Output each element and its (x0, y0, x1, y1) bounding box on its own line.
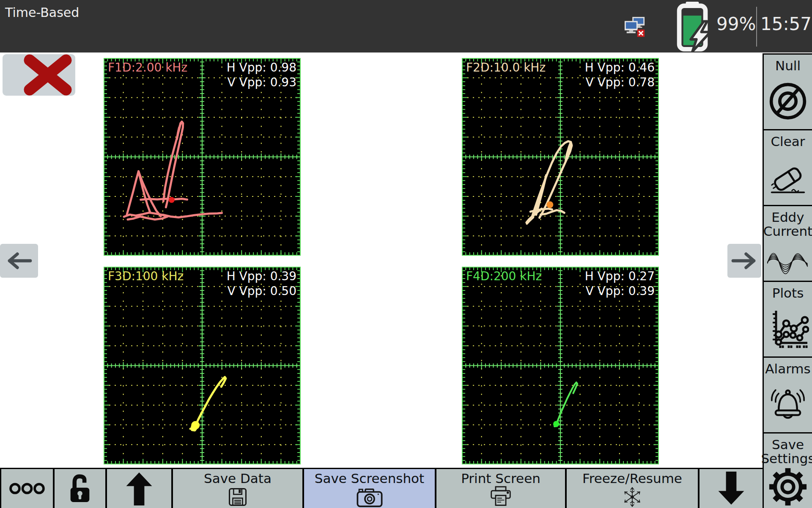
top-status-bar: Time-Based 99% 15:57 (0, 0, 812, 52)
sidebar-item-plots[interactable]: Plots (764, 282, 812, 356)
plots-icon (767, 307, 809, 350)
lock-button[interactable] (55, 469, 105, 508)
h-vpp-value: H Vpp: 0.39 (227, 269, 296, 284)
eddy-current-icon (765, 243, 810, 276)
sidebar-item-save-settings[interactable]: Save Settings (764, 433, 812, 508)
plot-f1d: F1D:2.00 kHz H Vpp: 0.98 V Vpp: 0.93 (104, 58, 301, 256)
sidebar-item-clear[interactable]: Clear (764, 130, 812, 205)
h-vpp-value: H Vpp: 0.98 (227, 60, 296, 75)
h-vpp-value: H Vpp: 0.46 (585, 60, 655, 75)
printer-icon (489, 486, 512, 508)
plot-vpp-readout: H Vpp: 0.46 V Vpp: 0.78 (585, 60, 655, 90)
plot-vpp-readout: H Vpp: 0.98 V Vpp: 0.93 (227, 60, 296, 90)
prev-page-button[interactable] (0, 244, 38, 278)
plot-channel-label: F1D:2.00 kHz (108, 61, 187, 75)
gear-icon (767, 466, 809, 508)
scroll-up-button[interactable] (107, 469, 171, 508)
h-vpp-value: H Vpp: 0.27 (585, 269, 655, 284)
print-screen-button[interactable]: Print Screen (436, 469, 565, 508)
save-data-button[interactable]: Save Data (173, 469, 302, 508)
close-button[interactable] (3, 54, 75, 96)
plot-f2d: F2D:10.0 kHz H Vpp: 0.46 V Vpp: 0.78 (462, 58, 659, 256)
clock-divider (756, 7, 757, 47)
plot-channel-label: F2D:10.0 kHz (466, 61, 546, 75)
up-arrow-icon (123, 472, 155, 505)
sidebar-item-eddy-current[interactable]: Eddy Current (764, 206, 812, 281)
v-vpp-value: V Vpp: 0.39 (585, 284, 655, 298)
left-arrow-icon (5, 250, 33, 271)
plot-vpp-readout: H Vpp: 0.39 V Vpp: 0.50 (227, 269, 296, 298)
alarm-bell-icon (767, 385, 809, 424)
more-options-button[interactable] (1, 469, 53, 508)
next-page-button[interactable] (727, 244, 761, 278)
null-icon (768, 81, 808, 121)
network-disconnected-icon (624, 16, 646, 38)
page-title: Time-Based (5, 5, 79, 20)
scroll-down-button[interactable] (700, 469, 763, 508)
down-arrow-icon (716, 472, 747, 505)
plot-f4d: F4D:200 kHz H Vpp: 0.27 V Vpp: 0.39 (462, 267, 659, 464)
plot-f3d: F3D:100 kHz H Vpp: 0.39 V Vpp: 0.50 (104, 267, 301, 464)
battery-charging-icon (668, 1, 718, 52)
floppy-disk-icon (228, 487, 247, 507)
battery-percent: 99% (716, 14, 756, 34)
eraser-icon (767, 158, 809, 196)
more-options-icon (8, 480, 46, 497)
freeze-resume-button[interactable]: Freeze/Resume (567, 469, 698, 508)
bottom-toolbar: Save Data Save Screenshot Print Screen (0, 468, 764, 508)
v-vpp-value: V Vpp: 0.78 (585, 75, 655, 90)
v-vpp-value: V Vpp: 0.50 (227, 284, 296, 298)
sidebar-item-alarms[interactable]: Alarms (764, 358, 812, 432)
clock: 15:57 (760, 14, 812, 34)
plot-channel-label: F3D:100 kHz (108, 269, 184, 283)
save-screenshot-button[interactable]: Save Screenshot (304, 469, 435, 508)
unlock-icon (68, 474, 92, 503)
plot-vpp-readout: H Vpp: 0.27 V Vpp: 0.39 (585, 269, 655, 298)
close-icon (3, 54, 75, 96)
plot-channel-label: F4D:200 kHz (466, 269, 542, 283)
right-arrow-icon (731, 250, 758, 271)
camera-icon (357, 487, 383, 507)
snowflake-icon (622, 486, 642, 508)
v-vpp-value: V Vpp: 0.93 (227, 75, 296, 90)
right-sidebar: Null Clear Eddy Current (763, 53, 812, 508)
sidebar-item-null[interactable]: Null (764, 55, 812, 129)
